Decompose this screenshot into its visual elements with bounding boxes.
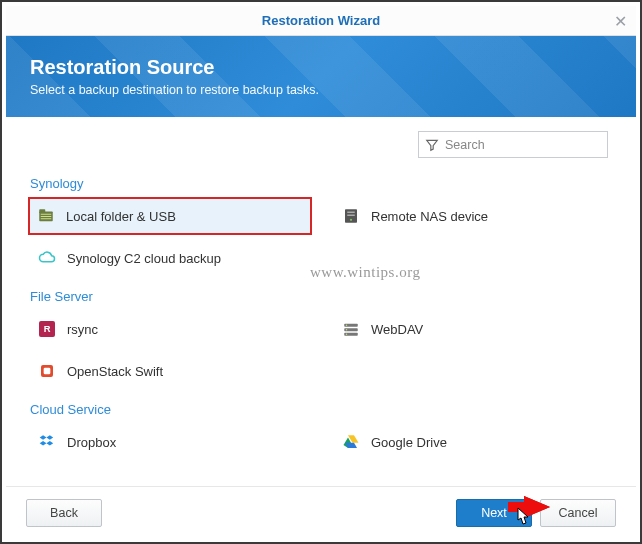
dialog-body: Synology Local folder & USB Remote NAS d… [6,117,636,486]
cloud-icon [37,248,57,268]
svg-text:R: R [44,324,51,334]
section-title-synology: Synology [30,176,616,191]
nas-icon [341,206,361,226]
banner-subheading: Select a backup destination to restore b… [30,83,612,97]
filter-icon [425,138,439,152]
cancel-button[interactable]: Cancel [540,499,616,527]
svg-rect-7 [347,215,355,217]
banner: Restoration Source Select a backup desti… [6,36,636,117]
svg-point-8 [350,219,352,221]
item-label: WebDAV [371,322,423,337]
item-label: Dropbox [67,435,116,450]
source-scroll[interactable]: Synology Local folder & USB Remote NAS d… [28,164,630,486]
source-openstack[interactable]: OpenStack Swift [28,352,312,390]
rsync-icon: R [37,319,57,339]
svg-point-15 [346,329,348,331]
banner-heading: Restoration Source [30,56,612,79]
source-google-drive[interactable]: Google Drive [332,423,616,461]
source-local-folder-usb[interactable]: Local folder & USB [28,197,312,235]
openstack-icon [37,361,57,381]
item-label: rsync [67,322,98,337]
svg-rect-3 [41,216,52,217]
svg-rect-1 [39,209,45,213]
item-label: Remote NAS device [371,209,488,224]
source-dropbox[interactable]: Dropbox [28,423,312,461]
item-label: Google Drive [371,435,447,450]
source-rsync[interactable]: R rsync [28,310,312,348]
item-label: Local folder & USB [66,209,176,224]
svg-rect-2 [41,214,52,215]
svg-rect-4 [41,218,52,219]
next-button[interactable]: Next [456,499,532,527]
item-label: Synology C2 cloud backup [67,251,221,266]
section-title-fileserver: File Server [30,289,616,304]
source-webdav[interactable]: WebDAV [332,310,616,348]
svg-rect-6 [347,212,355,214]
item-label: OpenStack Swift [67,364,163,379]
close-icon[interactable]: ✕ [612,12,628,31]
source-synology-c2[interactable]: Synology C2 cloud backup [28,239,312,277]
dropbox-icon [37,432,57,452]
svg-point-14 [346,325,348,327]
section-title-cloud: Cloud Service [30,402,616,417]
titlebar: Restoration Wizard ✕ [6,6,636,36]
source-remote-nas[interactable]: Remote NAS device [332,197,616,235]
footer: Back Next Cancel [6,486,636,538]
svg-point-16 [346,334,348,336]
folder-icon [36,206,56,226]
dialog-title: Restoration Wizard [262,13,380,28]
webdav-icon [341,319,361,339]
restoration-wizard-dialog: Restoration Wizard ✕ Restoration Source … [6,6,636,538]
svg-rect-18 [44,368,51,375]
search-input[interactable] [445,138,601,152]
search-box[interactable] [418,131,608,158]
back-button[interactable]: Back [26,499,102,527]
google-drive-icon [341,432,361,452]
